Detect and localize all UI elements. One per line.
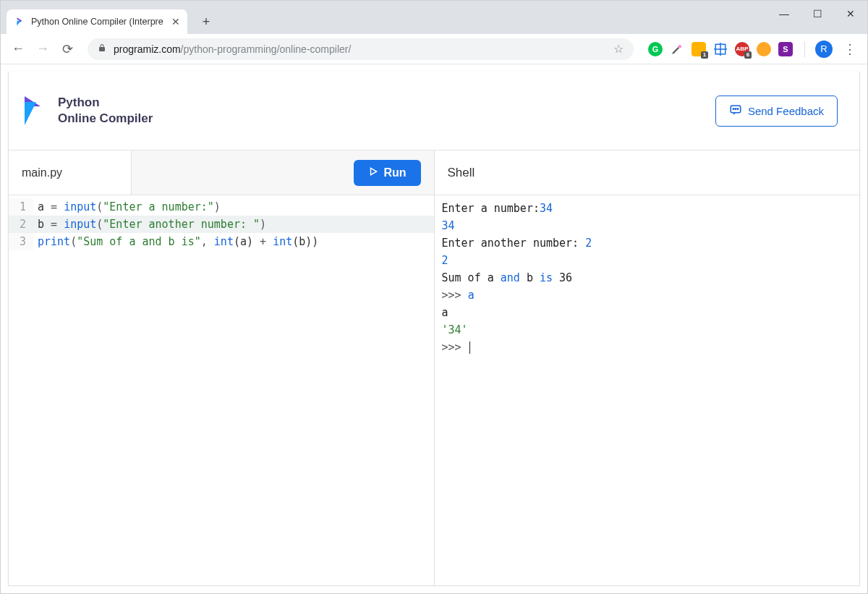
svg-point-7: [737, 108, 739, 109]
code-editor[interactable]: 1a = input("Enter a number:")2b = input(…: [9, 195, 434, 585]
titlebar: Python Online Compiler (Interpre ✕ + — ☐…: [1, 1, 867, 34]
ext-orange-icon[interactable]: [757, 42, 771, 56]
browser-window: Python Online Compiler (Interpre ✕ + — ☐…: [0, 0, 868, 594]
svg-point-6: [735, 108, 736, 109]
line-number: 3: [9, 233, 33, 250]
workspace: main.py Run 1a = input("Enter a number:"…: [9, 150, 859, 585]
ext-grammarly-icon[interactable]: G: [648, 42, 663, 56]
svg-point-0: [678, 45, 682, 48]
run-button[interactable]: Run: [354, 160, 420, 186]
page-header: Python Online Compiler Send Feedback: [9, 72, 859, 150]
shell-line: >>> a: [442, 287, 853, 304]
run-label: Run: [383, 166, 406, 179]
profile-avatar[interactable]: R: [815, 41, 833, 58]
shell-line: Enter a number:34: [442, 200, 853, 217]
nav-reload-icon[interactable]: ⟳: [57, 39, 77, 59]
shell-pane: Shell Enter a number:3434Enter another n…: [435, 150, 860, 585]
divider: [804, 41, 805, 57]
window-minimize[interactable]: —: [767, 1, 801, 27]
shell-line: >>>: [442, 339, 853, 356]
ext-eyedropper-icon[interactable]: [670, 42, 684, 56]
ext-badge: 1: [701, 51, 708, 59]
window-maximize[interactable]: ☐: [801, 1, 834, 27]
shell-line: Enter another number: 2: [442, 234, 853, 252]
title-line1: Python: [58, 95, 153, 111]
bookmark-star-icon[interactable]: ☆: [613, 42, 624, 56]
code-content: print("Sum of a and b is", int(a) + int(…: [33, 233, 318, 250]
svg-marker-8: [371, 168, 377, 174]
browser-tab[interactable]: Python Online Compiler (Interpre ✕: [7, 9, 187, 34]
ext-grid-icon[interactable]: [713, 42, 728, 56]
page-content: Python Online Compiler Send Feedback mai…: [8, 72, 860, 586]
favicon-icon: [14, 16, 25, 27]
shell-header: Shell: [435, 150, 860, 195]
tab-close-icon[interactable]: ✕: [171, 16, 180, 27]
address-bar[interactable]: programiz.com/python-programming/online-…: [88, 38, 634, 60]
line-number: 2: [9, 216, 33, 233]
svg-point-5: [733, 108, 734, 109]
tab-title: Python Online Compiler (Interpre: [31, 17, 167, 27]
programiz-logo-icon: [19, 93, 48, 128]
browser-toolbar: ← → ⟳ programiz.com/python-programming/o…: [1, 34, 867, 64]
ext-abp-icon[interactable]: ABP6: [735, 42, 749, 56]
ext-badge: 6: [744, 51, 752, 59]
url-domain: programiz.com: [114, 43, 181, 55]
shell-line: a: [442, 304, 853, 321]
ext-s-icon[interactable]: S: [778, 42, 793, 56]
url-path: /python-programming/online-compiler/: [181, 43, 352, 55]
line-number: 1: [9, 198, 33, 216]
window-controls: — ☐ ✕: [767, 1, 867, 27]
title-line2: Online Compiler: [58, 111, 153, 127]
shell-terminal[interactable]: Enter a number:3434Enter another number:…: [435, 195, 860, 585]
chat-icon: [729, 103, 742, 119]
code-content: a = input("Enter a number:"): [33, 198, 221, 216]
editor-header: main.py Run: [9, 150, 434, 195]
logo-text: Python Online Compiler: [58, 95, 153, 127]
code-line[interactable]: 2b = input("Enter another number: "): [9, 216, 434, 233]
window-close[interactable]: ✕: [834, 1, 867, 27]
code-content: b = input("Enter another number: "): [33, 216, 266, 233]
ext-yellow-icon[interactable]: 1: [692, 42, 706, 56]
shell-line: 2: [442, 252, 853, 269]
nav-back-icon[interactable]: ←: [8, 39, 28, 59]
shell-cursor: [469, 341, 471, 354]
shell-line: Sum of a and b is 36: [442, 269, 853, 287]
editor-toolbar: Run: [132, 150, 434, 195]
code-line[interactable]: 3print("Sum of a and b is", int(a) + int…: [9, 233, 434, 250]
send-feedback-button[interactable]: Send Feedback: [715, 96, 838, 127]
lock-icon: [98, 43, 106, 54]
feedback-label: Send Feedback: [748, 105, 824, 117]
shell-line: '34': [442, 321, 853, 339]
play-icon: [368, 166, 378, 179]
extension-icons: G 1 ABP6 S: [648, 42, 793, 56]
file-tab[interactable]: main.py: [9, 150, 132, 195]
nav-forward-icon[interactable]: →: [33, 39, 53, 59]
new-tab-button[interactable]: +: [196, 12, 216, 32]
editor-pane: main.py Run 1a = input("Enter a number:"…: [9, 150, 435, 585]
code-line[interactable]: 1a = input("Enter a number:"): [9, 198, 434, 216]
shell-line: 34: [442, 217, 853, 234]
browser-menu-icon[interactable]: ⋮: [840, 41, 860, 57]
